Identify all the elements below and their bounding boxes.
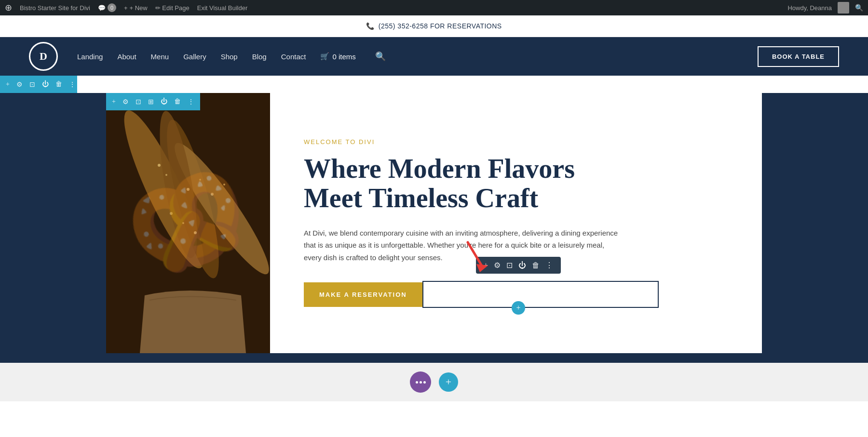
wp-logo-icon[interactable]: ⊕ xyxy=(5,2,12,13)
exit-visual-builder-button[interactable]: Exit Visual Builder xyxy=(197,4,248,12)
main-content-area: + ⚙ ⊡ ⊞ ⏻ 🗑 ⋮ xyxy=(0,93,868,363)
admin-search-icon[interactable]: 🔍 xyxy=(855,4,863,12)
sec-add-icon[interactable]: + xyxy=(112,98,116,106)
vb-duplicate-icon[interactable]: ⊡ xyxy=(29,80,35,89)
vb-more-icon[interactable]: ⋮ xyxy=(69,80,76,89)
main-nav: Landing About Menu Gallery Shop Blog Con… xyxy=(77,51,758,62)
vb-row-toolbar: + ⚙ ⊡ ⏻ 🗑 ⋮ xyxy=(0,76,77,93)
comment-badge[interactable]: 💬 0 xyxy=(98,3,116,12)
user-greeting: Howdy, Deanna xyxy=(787,4,832,12)
nav-landing[interactable]: Landing xyxy=(77,53,103,61)
nav-cart[interactable]: 🛒 0 items xyxy=(320,52,355,61)
svg-point-10 xyxy=(223,184,225,185)
vb-disable-icon[interactable]: ⏻ xyxy=(42,80,49,88)
vb-section-toolbar: + ⚙ ⊡ ⊞ ⏻ 🗑 ⋮ xyxy=(106,93,200,110)
site-header: D Landing About Menu Gallery Shop Blog C… xyxy=(0,37,868,76)
image-column: + ⚙ ⊡ ⊞ ⏻ 🗑 ⋮ xyxy=(106,93,270,353)
pointer-arrow xyxy=(458,238,497,278)
nav-menu[interactable]: Menu xyxy=(151,53,169,61)
sec-settings-icon[interactable]: ⚙ xyxy=(122,98,129,106)
wp-admin-bar: ⊕ Bistro Starter Site for Divi 💬 0 + + N… xyxy=(0,0,868,15)
content-wrapper: + ⚙ ⊡ ⊞ ⏻ 🗑 ⋮ xyxy=(106,93,762,353)
svg-marker-15 xyxy=(476,264,488,272)
el-duplicate-icon[interactable]: ⊡ xyxy=(506,261,513,270)
site-name[interactable]: Bistro Starter Site for Divi xyxy=(20,4,90,12)
second-button-outline[interactable] xyxy=(422,281,659,308)
site-logo[interactable]: D xyxy=(29,42,58,71)
el-delete-icon[interactable]: 🗑 xyxy=(532,261,540,270)
reservation-button[interactable]: MAKE A RESERVATION xyxy=(304,282,422,307)
vb-delete-icon[interactable]: 🗑 xyxy=(55,80,62,88)
button-row: + ⚙ ⊡ ⏻ 🗑 ⋮ MAKE A RESERVATION xyxy=(304,281,733,308)
sec-disable-icon[interactable]: ⏻ xyxy=(161,98,167,106)
food-image xyxy=(106,93,270,353)
sec-duplicate-icon[interactable]: ⊡ xyxy=(136,98,141,106)
user-avatar[interactable] xyxy=(838,2,849,13)
vb-add-icon[interactable]: + xyxy=(6,80,10,88)
add-element-button[interactable]: + xyxy=(512,301,525,315)
sec-delete-icon[interactable]: 🗑 xyxy=(174,98,181,106)
cart-count: 0 items xyxy=(332,53,355,61)
svg-point-9 xyxy=(211,193,214,196)
svg-line-14 xyxy=(468,242,482,266)
nav-shop[interactable]: Shop xyxy=(221,53,238,61)
book-table-button[interactable]: BOOK A TABLE xyxy=(758,46,839,67)
options-dots-button[interactable] xyxy=(410,371,431,393)
dot3 xyxy=(423,381,426,384)
svg-point-13 xyxy=(194,231,197,234)
add-section-button[interactable]: + xyxy=(439,372,458,392)
sec-more-icon[interactable]: ⋮ xyxy=(188,98,194,106)
plus-icon: + xyxy=(124,4,128,12)
phone-icon: 📞 xyxy=(366,22,375,30)
svg-point-12 xyxy=(182,222,184,224)
comment-count: 0 xyxy=(108,3,116,12)
nav-about[interactable]: About xyxy=(117,53,136,61)
svg-point-6 xyxy=(165,174,167,176)
text-column: WELCOME TO DIVI Where Modern Flavors Mee… xyxy=(270,93,762,353)
edit-page-button[interactable]: ✏ Edit Page xyxy=(155,4,190,12)
nav-blog[interactable]: Blog xyxy=(252,53,267,61)
sec-columns-icon[interactable]: ⊞ xyxy=(148,98,154,106)
svg-point-5 xyxy=(158,164,161,167)
svg-point-11 xyxy=(170,212,173,215)
welcome-label: WELCOME TO DIVI xyxy=(304,138,733,146)
main-heading: Where Modern Flavors Meet Timeless Craft xyxy=(304,154,733,213)
phone-number: (255) 352-6258 FOR RESERVATIONS xyxy=(379,22,502,30)
cart-icon: 🛒 xyxy=(320,52,329,61)
dot1 xyxy=(416,381,418,384)
nav-contact[interactable]: Contact xyxy=(281,53,306,61)
el-more-icon[interactable]: ⋮ xyxy=(545,261,553,270)
svg-point-8 xyxy=(199,179,201,181)
top-bar: 📞 (255) 352-6258 FOR RESERVATIONS xyxy=(0,15,868,37)
nav-gallery[interactable]: Gallery xyxy=(183,53,206,61)
dot2 xyxy=(420,381,422,384)
vb-settings-icon[interactable]: ⚙ xyxy=(16,80,23,89)
new-button[interactable]: + + New xyxy=(124,4,148,12)
admin-bar-right: Howdy, Deanna 🔍 xyxy=(787,2,863,13)
svg-point-7 xyxy=(187,188,190,191)
nav-search-icon[interactable]: 🔍 xyxy=(375,51,386,62)
comment-icon: 💬 xyxy=(98,4,106,12)
el-disable-icon[interactable]: ⏻ xyxy=(518,261,526,270)
bottom-bar: + xyxy=(0,363,868,401)
